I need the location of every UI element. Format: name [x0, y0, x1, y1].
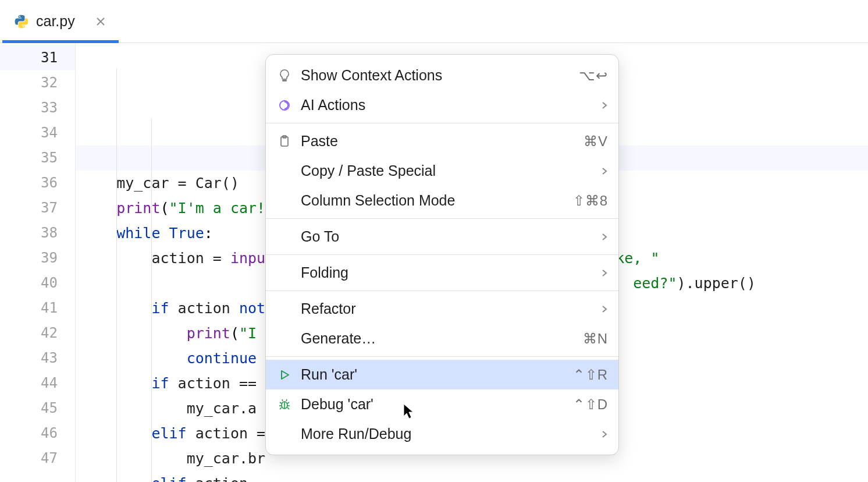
line-number[interactable]: 47	[0, 446, 75, 471]
menu-item-go-to[interactable]: Go To	[266, 222, 618, 251]
menu-separator	[266, 290, 618, 291]
menu-item-label: AI Actions	[301, 97, 601, 114]
chevron-right-icon	[601, 300, 608, 317]
line-number[interactable]: 46	[0, 421, 75, 446]
play-icon	[276, 367, 293, 383]
line-number[interactable]: 34	[0, 120, 75, 146]
menu-icon-spacer	[276, 163, 293, 179]
line-number[interactable]: 44	[0, 371, 75, 396]
menu-shortcut: ⇧⌘8	[573, 193, 608, 209]
menu-shortcut: ⌘V	[584, 133, 608, 150]
editor-context-menu: Show Context Actions⌥↩AI ActionsPaste⌘VC…	[265, 54, 619, 455]
chevron-right-icon	[601, 97, 608, 114]
menu-shortcut: ⌃⇧D	[573, 396, 608, 413]
menu-item-label: Paste	[301, 133, 584, 150]
chevron-right-icon	[601, 228, 608, 245]
menu-separator	[266, 218, 618, 219]
chevron-right-icon	[601, 426, 608, 442]
menu-separator	[266, 123, 618, 123]
menu-icon-spacer	[276, 229, 293, 245]
menu-item-label: Show Context Actions	[301, 67, 579, 84]
menu-item-more-run-debug[interactable]: More Run/Debug	[266, 419, 618, 449]
menu-shortcut: ⌘N	[583, 331, 608, 347]
line-number[interactable]: 35	[0, 146, 75, 171]
menu-item-label: More Run/Debug	[301, 426, 601, 442]
menu-separator	[266, 254, 618, 255]
line-number[interactable]: 40	[0, 271, 75, 296]
menu-separator	[266, 356, 618, 357]
menu-item-column-selection-mode[interactable]: Column Selection Mode⇧⌘8	[266, 186, 618, 215]
ai-icon	[276, 97, 293, 114]
chevron-right-icon	[601, 162, 608, 179]
clipboard-icon	[276, 133, 293, 150]
editor-tab-bar: car.py	[0, 0, 868, 43]
python-file-icon	[14, 14, 29, 29]
editor-tab[interactable]: car.py	[2, 0, 119, 42]
menu-icon-spacer	[276, 426, 293, 442]
menu-icon-spacer	[276, 193, 293, 209]
line-number[interactable]: 41	[0, 296, 75, 321]
menu-item-paste[interactable]: Paste⌘V	[266, 126, 618, 156]
chevron-right-icon	[601, 264, 608, 281]
menu-item-run-car-[interactable]: Run 'car'⌃⇧R	[266, 360, 618, 389]
menu-icon-spacer	[276, 331, 293, 347]
menu-item-show-context-actions[interactable]: Show Context Actions⌥↩	[266, 61, 618, 90]
menu-item-generate-[interactable]: Generate…⌘N	[266, 324, 618, 353]
menu-icon-spacer	[276, 301, 293, 317]
menu-item-label: Column Selection Mode	[301, 192, 573, 209]
menu-item-label: Folding	[301, 264, 601, 281]
tab-close-icon[interactable]	[94, 15, 108, 29]
menu-shortcut: ⌃⇧R	[573, 367, 608, 383]
bug-icon	[276, 396, 293, 413]
bulb-icon	[276, 68, 293, 84]
menu-item-label: Copy / Paste Special	[301, 162, 601, 179]
menu-item-label: Run 'car'	[301, 366, 573, 383]
line-number[interactable]: 42	[0, 321, 75, 346]
line-number[interactable]: 43	[0, 346, 75, 371]
tab-filename: car.py	[36, 13, 75, 30]
menu-item-folding[interactable]: Folding	[266, 258, 618, 288]
line-number[interactable]: 45	[0, 396, 75, 421]
line-number[interactable]: 33	[0, 95, 75, 120]
line-number[interactable]: 38	[0, 221, 75, 246]
menu-item-label: Generate…	[301, 330, 583, 347]
menu-item-label: Go To	[301, 228, 601, 245]
menu-item-refactor[interactable]: Refactor	[266, 294, 618, 324]
menu-item-debug-car-[interactable]: Debug 'car'⌃⇧D	[266, 389, 618, 419]
line-number[interactable]: 31	[0, 45, 75, 70]
code-line[interactable]: elif action =	[76, 471, 868, 482]
line-number[interactable]: 36	[0, 171, 75, 196]
line-number[interactable]: 37	[0, 196, 75, 221]
line-number[interactable]: 32	[0, 70, 75, 95]
menu-shortcut: ⌥↩	[579, 68, 608, 84]
menu-item-copy-paste-special[interactable]: Copy / Paste Special	[266, 156, 618, 186]
menu-item-ai-actions[interactable]: AI Actions	[266, 90, 618, 120]
menu-item-label: Refactor	[301, 300, 601, 317]
line-number-gutter: 3132333435363738394041424344454647	[0, 43, 76, 482]
line-number[interactable]: 39	[0, 246, 75, 271]
menu-icon-spacer	[276, 265, 293, 281]
menu-item-label: Debug 'car'	[301, 396, 573, 413]
